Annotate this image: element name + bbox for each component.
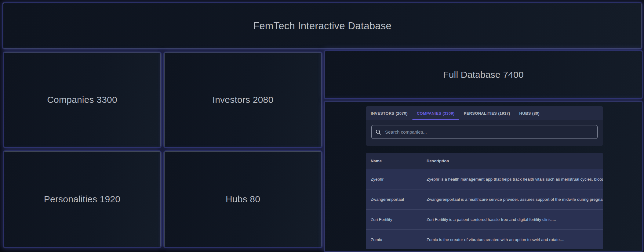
full-database-label: Full Database 7400	[443, 70, 524, 80]
cell-name: Zyephr	[366, 177, 427, 182]
column-header-description: Description	[427, 159, 603, 163]
summary-card-companies[interactable]: Companies 3300	[4, 52, 161, 147]
summary-card-label: Investors 2080	[213, 95, 274, 105]
table-header-row: Name Description	[366, 153, 603, 169]
tab-label: COMPANIES (3309)	[417, 111, 455, 116]
header-card: FemTech Interactive Database	[3, 3, 642, 49]
full-database-card[interactable]: Full Database 7400	[325, 51, 642, 98]
page-title: FemTech Interactive Database	[253, 20, 391, 32]
cell-name: Zumio	[366, 237, 427, 242]
table-row[interactable]: Zwangerenportaal Zwangerenportaal is a h…	[366, 189, 603, 210]
tab-investors[interactable]: INVESTORS (2070)	[366, 106, 412, 120]
tab-label: INVESTORS (2070)	[371, 111, 408, 116]
cell-description: Zyephr is a health management app that h…	[427, 177, 603, 182]
database-browser-card: INVESTORS (2070) COMPANIES (3309) PERSON…	[325, 102, 642, 251]
summary-card-label: Companies 3300	[47, 95, 117, 105]
table-row[interactable]: Zumio Zumio is the creator of vibrators …	[366, 230, 603, 249]
summary-card-investors[interactable]: Investors 2080	[164, 52, 322, 147]
tab-personalities[interactable]: PERSONALITIES (1917)	[459, 106, 515, 120]
search-input[interactable]	[384, 129, 593, 135]
search-icon	[376, 129, 381, 135]
tab-label: HUBS (80)	[519, 111, 540, 116]
cell-description: Zwangerenportaal is a healthcare service…	[427, 197, 603, 202]
cell-name: Zuri Fertility	[366, 217, 427, 222]
table-row[interactable]: Zuri Fertility Zuri Fertility is a patie…	[366, 210, 603, 230]
results-table: Name Description Zyephr Zyephr is a heal…	[366, 153, 603, 249]
table-row[interactable]: Zyephr Zyephr is a health management app…	[366, 169, 603, 189]
cell-description: Zuri Fertility is a patient-centered has…	[427, 217, 603, 222]
column-header-name: Name	[366, 159, 427, 163]
summary-card-personalities[interactable]: Personalities 1920	[4, 151, 161, 247]
dashboard-page: FemTech Interactive Database Companies 3…	[0, 0, 644, 252]
tab-label: PERSONALITIES (1917)	[464, 111, 510, 116]
cell-name: Zwangerenportaal	[366, 197, 427, 202]
database-browser-widget: INVESTORS (2070) COMPANIES (3309) PERSON…	[366, 106, 603, 249]
summary-card-label: Personalities 1920	[44, 194, 120, 204]
search-panel	[366, 120, 603, 146]
tab-bar: INVESTORS (2070) COMPANIES (3309) PERSON…	[366, 106, 603, 120]
summary-card-hubs[interactable]: Hubs 80	[164, 151, 322, 247]
tab-companies[interactable]: COMPANIES (3309)	[412, 106, 459, 120]
cell-description: Zumio is the creator of vibrators create…	[427, 237, 603, 242]
search-box[interactable]	[371, 125, 598, 139]
summary-card-label: Hubs 80	[226, 194, 260, 204]
active-tab-underline	[412, 119, 459, 120]
tab-hubs[interactable]: HUBS (80)	[515, 106, 544, 120]
